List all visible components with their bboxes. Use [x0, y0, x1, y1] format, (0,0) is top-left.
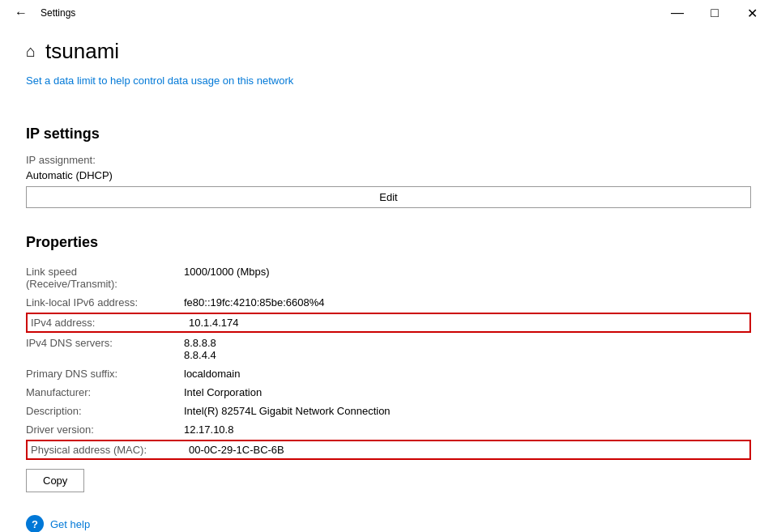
property-value-1: fe80::19fc:4210:85be:6608%4	[184, 296, 324, 309]
property-row-0: Link speed (Receive/Transmit):1000/1000 …	[26, 262, 751, 293]
property-label-8: Physical address (MAC):	[31, 444, 189, 456]
property-value-7: 12.17.10.8	[184, 423, 233, 436]
home-icon: ⌂	[26, 42, 36, 61]
property-row-3: IPv4 DNS servers:8.8.8.8 8.8.4.4	[26, 334, 751, 364]
network-name: tsunami	[45, 39, 119, 64]
property-label-1: Link-local IPv6 address:	[26, 296, 184, 309]
properties-list: Link speed (Receive/Transmit):1000/1000 …	[26, 262, 751, 461]
property-value-2: 10.1.4.174	[189, 317, 238, 329]
property-label-2: IPv4 address:	[31, 317, 189, 329]
copy-button[interactable]: Copy	[26, 469, 84, 492]
get-help-icon: ?	[26, 515, 44, 532]
ip-settings-title: IP settings	[26, 126, 751, 143]
property-value-3: 8.8.8.8 8.8.4.4	[184, 337, 216, 361]
property-label-6: Description:	[26, 405, 184, 417]
titlebar: ← Settings — □ ✕	[0, 0, 777, 26]
edit-button[interactable]: Edit	[26, 186, 751, 208]
get-help-link[interactable]: Get help	[50, 518, 90, 530]
property-value-0: 1000/1000 (Mbps)	[184, 266, 270, 290]
titlebar-controls: — □ ✕	[659, 0, 771, 26]
properties-title: Properties	[26, 234, 751, 251]
ip-assignment-row: IP assignment: Automatic (DHCP) Edit	[26, 154, 751, 215]
property-value-8: 00-0C-29-1C-BC-6B	[189, 444, 284, 456]
data-limit-link[interactable]: Set a data limit to help control data us…	[26, 74, 293, 87]
property-row-6: Description:Intel(R) 82574L Gigabit Netw…	[26, 402, 751, 420]
maximize-button[interactable]: □	[696, 0, 733, 26]
property-row-5: Manufacturer:Intel Corporation	[26, 383, 751, 402]
property-value-6: Intel(R) 82574L Gigabit Network Connecti…	[184, 405, 391, 417]
property-row-1: Link-local IPv6 address:fe80::19fc:4210:…	[26, 293, 751, 312]
header: ⌂ tsunami	[26, 39, 751, 64]
property-row-highlight-2: IPv4 address:10.1.4.174	[26, 313, 751, 333]
titlebar-title: Settings	[41, 7, 75, 19]
property-row-7: Driver version:12.17.10.8	[26, 420, 751, 439]
titlebar-left: ← Settings	[10, 4, 75, 22]
get-help-row: ? Get help	[26, 515, 751, 532]
property-label-3: IPv4 DNS servers:	[26, 337, 184, 361]
property-row-4: Primary DNS suffix:localdomain	[26, 364, 751, 383]
property-label-4: Primary DNS suffix:	[26, 368, 184, 380]
property-label-7: Driver version:	[26, 423, 184, 436]
ip-assignment-label: IP assignment:	[26, 154, 751, 166]
property-label-0: Link speed (Receive/Transmit):	[26, 266, 184, 290]
ip-assignment-value: Automatic (DHCP)	[26, 169, 751, 181]
minimize-button[interactable]: —	[659, 0, 696, 26]
content-area: ⌂ tsunami Set a data limit to help contr…	[0, 26, 777, 532]
property-label-5: Manufacturer:	[26, 386, 184, 398]
property-value-5: Intel Corporation	[184, 386, 262, 398]
back-button[interactable]: ←	[10, 4, 32, 22]
property-row-highlight-8: Physical address (MAC):00-0C-29-1C-BC-6B	[26, 440, 751, 460]
close-button[interactable]: ✕	[733, 0, 771, 26]
property-value-4: localdomain	[184, 368, 240, 380]
